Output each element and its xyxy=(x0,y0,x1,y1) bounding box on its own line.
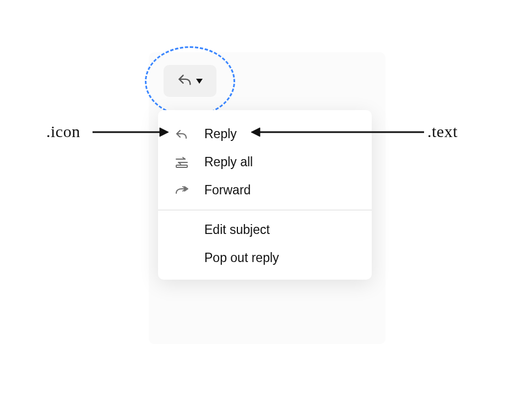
reply-icon xyxy=(177,74,193,88)
reply-icon xyxy=(173,129,190,140)
svg-marker-4 xyxy=(251,128,260,137)
reply-dropdown-button[interactable] xyxy=(164,65,216,97)
svg-rect-0 xyxy=(176,165,187,167)
reply-all-icon xyxy=(173,156,190,168)
annotation-icon-label: .icon xyxy=(46,122,80,141)
arrow-to-icon xyxy=(93,126,170,139)
annotation-text-label: .text xyxy=(427,122,458,141)
menu-item-forward[interactable]: Forward xyxy=(158,176,372,204)
menu-item-edit-subject[interactable]: Edit subject xyxy=(158,216,372,244)
menu-item-label: Reply xyxy=(204,127,237,141)
menu-item-label: Reply all xyxy=(204,155,253,170)
menu-item-reply-all[interactable]: Reply all xyxy=(158,148,372,176)
menu-item-label: Forward xyxy=(204,183,251,198)
forward-icon xyxy=(173,186,190,195)
menu-item-pop-out-reply[interactable]: Pop out reply xyxy=(158,244,372,272)
menu-item-label: Edit subject xyxy=(204,222,270,237)
svg-marker-2 xyxy=(160,128,169,137)
caret-down-icon xyxy=(196,79,203,84)
arrow-to-text xyxy=(250,126,424,139)
menu-divider xyxy=(158,210,372,210)
menu-item-label: Pop out reply xyxy=(204,250,279,265)
